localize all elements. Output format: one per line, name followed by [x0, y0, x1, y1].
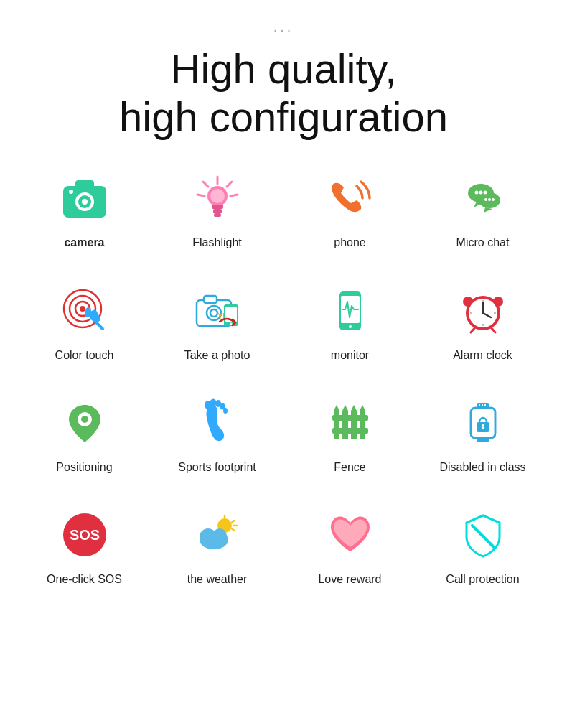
svg-point-19: [479, 191, 482, 195]
svg-point-53: [81, 416, 88, 423]
phone-label: phone: [334, 235, 366, 249]
svg-point-27: [80, 306, 85, 312]
feature-monitor: monitor: [284, 275, 416, 373]
svg-marker-59: [334, 405, 339, 439]
svg-rect-29: [204, 296, 217, 303]
svg-rect-1: [75, 180, 94, 189]
svg-line-8: [230, 195, 238, 196]
svg-point-18: [474, 191, 478, 195]
lovereward-icon: [322, 506, 379, 564]
feature-weather: the weather: [151, 499, 284, 597]
svg-point-47: [482, 312, 484, 314]
svg-point-22: [488, 198, 491, 201]
svg-point-38: [349, 325, 352, 328]
svg-point-31: [210, 309, 217, 317]
microchat-icon: [454, 169, 512, 227]
feature-positioning: Positioning: [18, 387, 151, 485]
fence-label: Fence: [334, 460, 365, 474]
svg-rect-74: [484, 404, 486, 406]
svg-point-21: [484, 198, 487, 201]
svg-line-85: [472, 526, 494, 547]
svg-text:SOS: SOS: [69, 527, 99, 543]
colortouch-label: Color touch: [55, 348, 114, 362]
sos-icon: SOS: [56, 506, 113, 564]
svg-marker-61: [351, 405, 357, 439]
positioning-label: Positioning: [56, 460, 112, 474]
feature-phone: phone: [284, 162, 416, 260]
feature-fence: Fence: [284, 387, 416, 485]
feature-sportsfootprint: Sports footprint: [151, 387, 284, 485]
weather-icon: [189, 506, 246, 564]
svg-point-23: [492, 198, 495, 201]
svg-point-5: [69, 190, 73, 194]
svg-line-10: [197, 195, 205, 196]
monitor-label: monitor: [331, 348, 369, 362]
disabledinclass-icon: [454, 394, 512, 452]
page-title: High quality, high configuration: [105, 45, 462, 141]
camera-label: camera: [64, 235, 104, 249]
callprotection-icon: [454, 506, 512, 564]
colortouch-icon: [56, 282, 113, 340]
svg-line-81: [232, 528, 234, 531]
decoration-dots: ···: [273, 22, 294, 38]
feature-colortouch: Color touch: [18, 275, 151, 373]
svg-point-70: [482, 424, 484, 427]
svg-point-84: [212, 528, 227, 543]
callprotection-label: Call protection: [446, 572, 519, 586]
weather-label: the weather: [187, 572, 248, 586]
svg-line-7: [227, 182, 232, 187]
takeaphoto-icon: YHXS: [189, 282, 246, 340]
flashlight-icon: [189, 169, 246, 227]
sportsfootprint-label: Sports footprint: [178, 460, 256, 474]
fence-icon: [322, 394, 379, 452]
feature-disabledinclass: Disabled in class: [416, 387, 549, 485]
svg-point-35: [230, 322, 232, 325]
svg-marker-60: [342, 405, 348, 439]
monitor-icon: [322, 282, 379, 340]
svg-line-79: [232, 521, 234, 523]
svg-rect-13: [212, 205, 223, 209]
svg-rect-64: [332, 428, 368, 434]
svg-point-20: [483, 191, 487, 195]
sos-label: One-click SOS: [47, 572, 122, 586]
svg-rect-73: [482, 404, 483, 406]
positioning-icon: [56, 394, 113, 452]
svg-rect-67: [477, 403, 489, 409]
camera-icon: [56, 169, 113, 227]
feature-camera: camera: [18, 162, 151, 260]
feature-microchat: Micro chat: [416, 162, 549, 260]
lovereward-label: Love reward: [318, 572, 381, 586]
svg-rect-14: [213, 209, 222, 213]
feature-lovereward: Love reward: [284, 499, 416, 597]
svg-rect-68: [477, 437, 489, 442]
feature-takeaphoto: YHXS Take a photo: [151, 275, 284, 373]
feature-sos: SOS One-click SOS: [18, 499, 151, 597]
microchat-label: Micro chat: [456, 235, 510, 249]
svg-line-39: [471, 327, 475, 332]
svg-point-58: [223, 408, 228, 414]
takeaphoto-label: Take a photo: [184, 348, 250, 362]
svg-rect-15: [214, 213, 221, 217]
feature-alarmclock: Alarm clock: [416, 275, 549, 373]
svg-marker-62: [360, 405, 365, 439]
svg-line-9: [203, 182, 208, 187]
features-grid: camera Flashlight: [18, 162, 549, 597]
feature-flashlight: Flashlight: [151, 162, 284, 260]
disabledinclass-label: Disabled in class: [439, 460, 525, 474]
svg-rect-63: [332, 415, 368, 421]
phone-icon: [322, 169, 379, 227]
svg-point-12: [210, 189, 225, 203]
sportsfootprint-icon: [189, 394, 246, 452]
svg-point-4: [82, 199, 88, 205]
alarmclock-label: Alarm clock: [453, 348, 512, 362]
flashlight-label: Flashlight: [192, 235, 241, 249]
svg-line-40: [491, 327, 495, 332]
alarmclock-icon: [454, 282, 512, 340]
svg-rect-72: [479, 404, 480, 406]
feature-callprotection: Call protection: [416, 499, 549, 597]
